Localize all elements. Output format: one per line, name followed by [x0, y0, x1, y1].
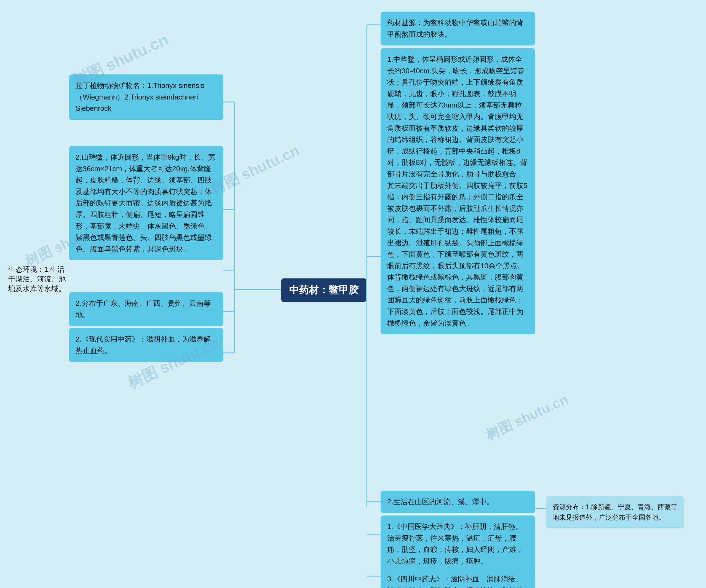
center-node: 中药材：鳖甲胶 — [281, 279, 366, 302]
benjing-text: 1.《中国医学大辞典》：补肝阴，清肝热。治劳瘦骨蒸，往来寒热，温疟，疟母，腰痛，… — [387, 522, 523, 565]
modern-use-text: 2.《现代实用中药》：滋阴补血，为滋养解热止血药。 — [76, 335, 211, 355]
sichuan-box: 3.《四川中药志》：滋阴补血，润肺消结。治虚劳咳血，肛门肿痛，湿疼流注，肺结核潮… — [381, 568, 535, 588]
resources-box: 资源分布：1.除新疆、宁夏、青海、西藏等地未见报道外，广泛分布于全国各地。 — [546, 496, 684, 529]
latin-name-box: 拉丁植物动物矿物名：1.Trionyx sinensis（Wiegmann）2.… — [69, 75, 223, 120]
shanrui-habitat-text: 2.生活在山区的河流、溪、潭中。 — [387, 498, 494, 506]
distribution-box: 2.分布于广东、海南、广西、贵州、云南等地。 — [69, 292, 223, 326]
shanrui-habitat-box: 2.生活在山区的河流、溪、潭中。 — [381, 491, 535, 513]
watermark-6: 树图 shutu.cn — [483, 390, 571, 445]
mind-map-canvas: 树图 shutu.cn 树图 shutu.cn 树图 shutu.cn 树图 s… — [0, 0, 706, 588]
source-box: 药材基源：为鳖科动物中华鳖或山瑞鳖的背甲煎熬而成的胶块。 — [381, 11, 535, 45]
resources-text: 资源分布：1.除新疆、宁夏、青海、西藏等地未见报道外，广泛分布于全国各地。 — [553, 503, 677, 521]
latin-name-text: 拉丁植物动物矿物名：1.Trionyx sinensis（Wiegmann）2.… — [76, 81, 204, 113]
sichuan-text: 3.《四川中药志》：滋阴补血，润肺消结。治虚劳咳血，肛门肿痛，湿疼流注，肺结核潮… — [387, 575, 523, 588]
shanrui-desc-text: 2.山瑞鳖，体近圆形，当体重9kg时，长、宽达36cm×21cm，体重大者可达2… — [76, 153, 215, 253]
distribution-text: 2.分布于广东、海南、广西、贵州、云南等地。 — [76, 299, 211, 319]
zhonghua-box: 1.中华鳖，体呈椭圆形或近卵圆形，成体全长约30-40cm.头尖，吻长，形成吻突… — [381, 48, 535, 334]
shanrui-desc-box: 2.山瑞鳖，体近圆形，当体重9kg时，长、宽达36cm×21cm，体重大者可达2… — [69, 146, 223, 260]
center-node-label: 中药材：鳖甲胶 — [289, 284, 358, 296]
benjing-box: 1.《中国医学大辞典》：补肝阴，清肝热。治劳瘦骨蒸，往来寒热，温疟，疟母，腰痛，… — [381, 515, 535, 572]
zhonghua-text: 1.中华鳖，体呈椭圆形或近卵圆形，成体全长约30-40cm.头尖，吻长，形成吻突… — [387, 55, 527, 327]
source-text: 药材基源：为鳖科动物中华鳖或山瑞鳖的背甲煎熬而成的胶块。 — [387, 18, 523, 38]
ecology-label: 生态环境：1.生活于湖泊、河流、池塘及水库等水域。 — [8, 265, 69, 294]
modern-use-box: 2.《现代实用中药》：滋阴补血，为滋养解热止血药。 — [69, 328, 223, 362]
ecology-text: 生态环境：1.生活于湖泊、河流、池塘及水库等水域。 — [8, 265, 66, 293]
